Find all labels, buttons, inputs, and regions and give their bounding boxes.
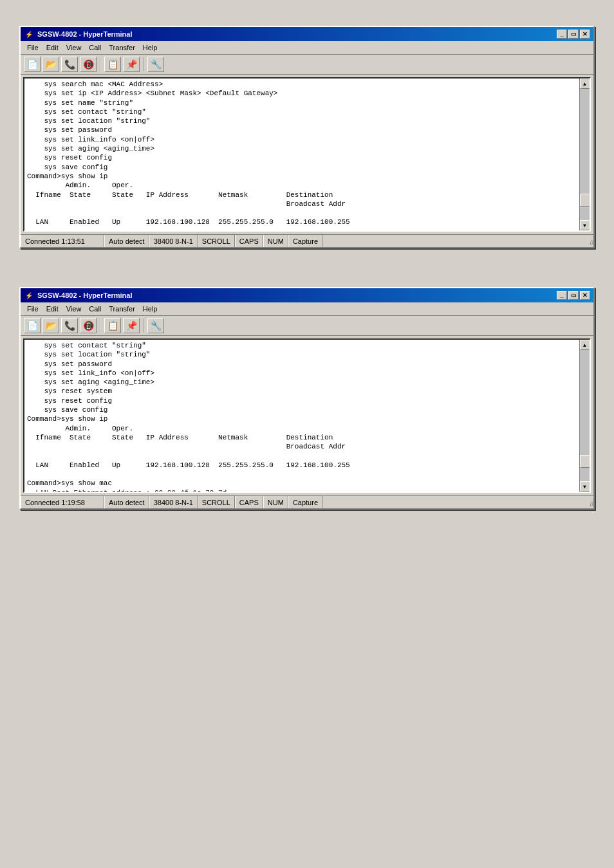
phone-btn-2[interactable]: 📞 xyxy=(61,318,78,333)
status-detect-2: Auto detect xyxy=(104,496,149,508)
toolbar-2: 📄 📂 📞 📵 📋 📌 🔧 xyxy=(21,316,593,336)
status-num-2: NUM xyxy=(263,496,288,508)
status-num-1: NUM xyxy=(263,235,288,247)
minimize-btn-1[interactable]: _ xyxy=(557,30,567,39)
scroll-down-btn-1[interactable]: ▼ xyxy=(580,220,590,230)
status-caps-1: CAPS xyxy=(235,235,263,247)
title-bar-2: ⚡ SGSW-4802 - HyperTerminal _ ▭ ✕ xyxy=(21,288,593,302)
status-capture-2: Capture xyxy=(288,496,322,508)
window-2: ⚡ SGSW-4802 - HyperTerminal _ ▭ ✕ File E… xyxy=(19,287,595,510)
open-btn-1[interactable]: 📂 xyxy=(42,57,59,72)
toolbar-1: 📄 📂 📞 📵 📋 📌 🔧 xyxy=(21,55,593,75)
title-bar-left-1: ⚡ SGSW-4802 - HyperTerminal xyxy=(24,29,133,39)
scrollbar-1: ▲ ▼ xyxy=(579,78,590,230)
app-icon-2: ⚡ xyxy=(24,290,34,300)
terminal-area-2[interactable]: sys set contact "string" sys set locatio… xyxy=(23,338,591,493)
status-scroll-2: SCROLL xyxy=(198,496,235,508)
scroll-down-btn-2[interactable]: ▼ xyxy=(580,481,590,492)
terminal-text-2: sys set contact "string" sys set locatio… xyxy=(24,340,579,492)
menu-bar-1: File Edit View Call Transfer Help xyxy=(21,41,593,55)
scrollbar-2: ▲ ▼ xyxy=(579,340,590,492)
paste-btn-1[interactable]: 📌 xyxy=(123,57,140,72)
scroll-up-btn-1[interactable]: ▲ xyxy=(580,78,590,89)
open-btn-2[interactable]: 📂 xyxy=(42,318,59,333)
status-bar-1: Connected 1:13:51 Auto detect 38400 8-N-… xyxy=(21,234,593,247)
title-controls-1: _ ▭ ✕ xyxy=(557,30,590,39)
menu-view-2[interactable]: View xyxy=(62,304,86,314)
menu-file-2[interactable]: File xyxy=(23,304,42,314)
menu-file-1[interactable]: File xyxy=(23,42,42,53)
title-controls-2: _ ▭ ✕ xyxy=(557,291,590,300)
close-btn-2[interactable]: ✕ xyxy=(580,291,590,300)
sep1-2 xyxy=(100,319,101,333)
restore-btn-2[interactable]: ▭ xyxy=(568,291,579,300)
menu-help-2[interactable]: Help xyxy=(139,304,162,314)
status-baud-1: 38400 8-N-1 xyxy=(149,235,198,247)
menu-bar-2: File Edit View Call Transfer Help xyxy=(21,302,593,316)
menu-call-2[interactable]: Call xyxy=(85,304,105,314)
paste-btn-2[interactable]: 📌 xyxy=(123,318,140,333)
scroll-thumb-1 xyxy=(580,194,590,207)
copy-btn-2[interactable]: 📋 xyxy=(104,318,121,333)
terminal-text-1: sys search mac <MAC Address> sys set ip … xyxy=(24,78,579,230)
window-title-1: SGSW-4802 - HyperTerminal xyxy=(37,30,133,38)
menu-transfer-1[interactable]: Transfer xyxy=(105,42,139,53)
window-title-2: SGSW-4802 - HyperTerminal xyxy=(37,291,133,299)
status-bar-2: Connected 1:19:58 Auto detect 38400 8-N-… xyxy=(21,495,593,508)
close-btn-1[interactable]: ✕ xyxy=(580,30,590,39)
app-icon-1: ⚡ xyxy=(24,29,34,39)
resize-grip-1[interactable]: // xyxy=(583,236,593,246)
new-btn-1[interactable]: 📄 xyxy=(24,57,41,72)
scroll-track-1[interactable] xyxy=(580,89,590,220)
hangup-btn-2[interactable]: 📵 xyxy=(80,318,97,333)
menu-view-1[interactable]: View xyxy=(62,42,86,53)
status-connected-1: Connected 1:13:51 xyxy=(21,235,104,247)
scroll-thumb-2 xyxy=(580,455,590,468)
props-btn-1[interactable]: 🔧 xyxy=(147,57,164,72)
status-baud-2: 38400 8-N-1 xyxy=(149,496,198,508)
status-connected-2: Connected 1:19:58 xyxy=(21,496,104,508)
new-btn-2[interactable]: 📄 xyxy=(24,318,41,333)
resize-grip-2[interactable]: // xyxy=(583,497,593,508)
scroll-track-2[interactable] xyxy=(580,350,590,481)
scroll-up-btn-2[interactable]: ▲ xyxy=(580,340,590,350)
phone-btn-1[interactable]: 📞 xyxy=(61,57,78,72)
hangup-btn-1[interactable]: 📵 xyxy=(80,57,97,72)
sep1-1 xyxy=(100,57,101,71)
menu-edit-1[interactable]: Edit xyxy=(42,42,62,53)
props-btn-2[interactable]: 🔧 xyxy=(147,318,164,333)
sep2-2 xyxy=(143,319,144,333)
terminal-area-1[interactable]: sys search mac <MAC Address> sys set ip … xyxy=(23,77,591,232)
title-bar-1: ⚡ SGSW-4802 - HyperTerminal _ ▭ ✕ xyxy=(21,27,593,41)
window-1: ⚡ SGSW-4802 - HyperTerminal _ ▭ ✕ File E… xyxy=(19,26,595,248)
sep2-1 xyxy=(143,57,144,71)
status-caps-2: CAPS xyxy=(235,496,263,508)
minimize-btn-2[interactable]: _ xyxy=(557,291,567,300)
title-bar-left-2: ⚡ SGSW-4802 - HyperTerminal xyxy=(24,290,133,300)
status-capture-1: Capture xyxy=(288,235,322,247)
copy-btn-1[interactable]: 📋 xyxy=(104,57,121,72)
status-scroll-1: SCROLL xyxy=(198,235,235,247)
restore-btn-1[interactable]: ▭ xyxy=(568,30,579,39)
status-detect-1: Auto detect xyxy=(104,235,149,247)
menu-call-1[interactable]: Call xyxy=(85,42,105,53)
menu-transfer-2[interactable]: Transfer xyxy=(105,304,139,314)
menu-edit-2[interactable]: Edit xyxy=(42,304,62,314)
menu-help-1[interactable]: Help xyxy=(139,42,162,53)
